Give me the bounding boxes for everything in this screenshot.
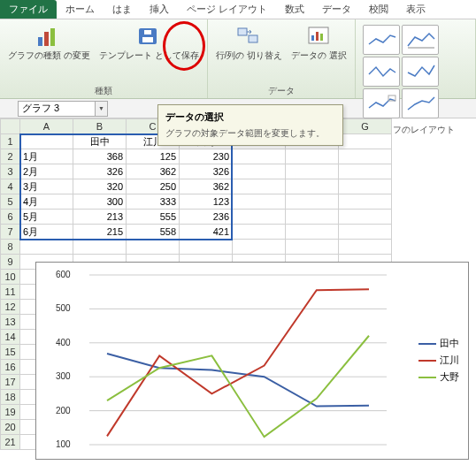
cell-G1[interactable] [339,134,392,149]
cell-B5[interactable]: 300 [73,194,127,210]
cell-E2[interactable] [233,149,286,164]
change-chart-type-button[interactable]: グラフの種類 の変更 [4,21,95,64]
cell-F5[interactable] [286,194,339,210]
tab-home[interactable]: ホーム [57,0,104,19]
cell-D3[interactable]: 326 [180,164,233,179]
cell-D8[interactable] [180,240,233,255]
row-header-1[interactable]: 1 [1,134,20,149]
cell-E3[interactable] [233,164,286,179]
cell-C6[interactable]: 555 [127,210,180,225]
name-box[interactable] [18,101,96,117]
cell-C2[interactable]: 125 [127,149,180,164]
cell-A1[interactable] [20,134,73,149]
name-box-dropdown[interactable]: ▼ [96,101,108,117]
cell-G7[interactable] [339,225,392,240]
cell-C5[interactable]: 333 [127,194,180,210]
cell-F3[interactable] [286,164,339,179]
cell-A3[interactable]: 2月 [20,164,73,179]
cell-B2[interactable]: 368 [73,149,127,164]
row-header-13[interactable]: 13 [1,315,20,330]
cell-D2[interactable]: 230 [180,149,233,164]
cell-D7[interactable]: 421 [180,225,233,240]
cell-A2[interactable]: 1月 [20,149,73,164]
row-header-3[interactable]: 3 [1,164,20,179]
cell-C8[interactable] [127,240,180,255]
cell-G4[interactable] [339,179,392,194]
cell-B8[interactable] [73,240,127,255]
cell-C7[interactable]: 558 [127,225,180,240]
row-header-4[interactable]: 4 [1,179,20,194]
row-header-20[interactable]: 20 [1,420,20,435]
cell-F4[interactable] [286,179,339,194]
legend-item[interactable]: 大野 [418,370,459,384]
cell-E4[interactable] [233,179,286,194]
cell-G2[interactable] [339,149,392,164]
select-all-corner[interactable] [1,119,20,134]
row-header-6[interactable]: 6 [1,210,20,225]
layout-thumb-1[interactable] [363,25,400,55]
cell-F2[interactable] [286,149,339,164]
cell-F6[interactable] [286,210,339,225]
cell-F7[interactable] [286,225,339,240]
tab-view[interactable]: 表示 [397,0,434,19]
row-header-21[interactable]: 21 [1,435,20,450]
cell-E5[interactable] [233,194,286,210]
cell-C4[interactable]: 250 [127,179,180,194]
row-header-12[interactable]: 12 [1,300,20,315]
tab-review[interactable]: 校閲 [360,0,397,19]
cell-G5[interactable] [339,194,392,210]
row-header-5[interactable]: 5 [1,194,20,210]
layout-thumb-3[interactable] [363,57,400,87]
save-template-button[interactable]: テンプレート として保存 [95,21,203,64]
tab-data[interactable]: データ [313,0,360,19]
cell-A7[interactable]: 6月 [20,225,73,240]
cell-A8[interactable] [20,240,73,255]
layout-thumb-2[interactable] [402,25,439,55]
row-header-9[interactable]: 9 [1,255,20,270]
cell-G3[interactable] [339,164,392,179]
layout-thumb-4[interactable] [402,57,439,87]
row-header-14[interactable]: 14 [1,330,20,345]
legend-item[interactable]: 田中 [418,337,459,350]
row-header-17[interactable]: 17 [1,375,20,390]
row-header-2[interactable]: 2 [1,149,20,164]
cell-E8[interactable] [233,240,286,255]
cell-G8[interactable] [339,240,392,255]
cell-A6[interactable]: 5月 [20,210,73,225]
col-header-B[interactable]: B [73,119,127,134]
tab-pagelayout[interactable]: ページ レイアウト [178,0,276,19]
layout-thumb-6[interactable] [402,88,439,118]
tab-insert[interactable]: 挿入 [141,0,178,19]
tab-formulas[interactable]: 数式 [276,0,313,19]
cell-D4[interactable]: 362 [180,179,233,194]
switch-row-col-button[interactable]: 行/列の 切り替え [211,21,288,64]
tab-hama[interactable]: はま [104,0,141,19]
cell-B6[interactable]: 213 [73,210,127,225]
cell-G6[interactable] [339,210,392,225]
embedded-chart[interactable]: 田中江川大野 100200300400500600 [35,262,469,460]
cell-B1[interactable]: 田中 [73,134,127,149]
cell-E7[interactable] [233,225,286,240]
row-header-18[interactable]: 18 [1,390,20,405]
row-header-19[interactable]: 19 [1,405,20,420]
layout-thumb-5[interactable] [363,88,400,118]
tab-file[interactable]: ファイル [0,0,57,19]
row-header-8[interactable]: 8 [1,240,20,255]
cell-E6[interactable] [233,210,286,225]
legend-item[interactable]: 江川 [418,354,459,367]
cell-D6[interactable]: 236 [180,210,233,225]
cell-B4[interactable]: 320 [73,179,127,194]
row-header-16[interactable]: 16 [1,360,20,375]
cell-A5[interactable]: 4月 [20,194,73,210]
row-header-7[interactable]: 7 [1,225,20,240]
cell-B7[interactable]: 215 [73,225,127,240]
row-header-15[interactable]: 15 [1,345,20,360]
cell-C3[interactable]: 362 [127,164,180,179]
cell-F8[interactable] [286,240,339,255]
cell-D5[interactable]: 123 [180,194,233,210]
cell-B3[interactable]: 326 [73,164,127,179]
row-header-10[interactable]: 10 [1,270,20,285]
col-header-G[interactable]: G [339,119,392,134]
col-header-A[interactable]: A [20,119,73,134]
row-header-11[interactable]: 11 [1,285,20,300]
